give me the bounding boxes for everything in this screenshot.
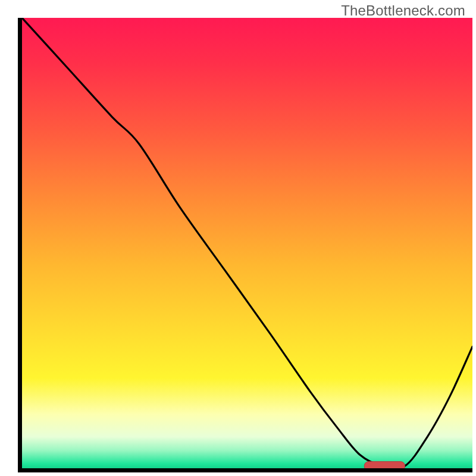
- bottleneck-curve: [22, 18, 472, 468]
- plot-area: [22, 18, 472, 468]
- chart-frame: TheBottleneck.com: [0, 0, 476, 476]
- optimal-marker: [364, 462, 405, 468]
- axes: [18, 18, 472, 472]
- chart-overlay: [22, 18, 472, 468]
- watermark-text: TheBottleneck.com: [341, 2, 465, 19]
